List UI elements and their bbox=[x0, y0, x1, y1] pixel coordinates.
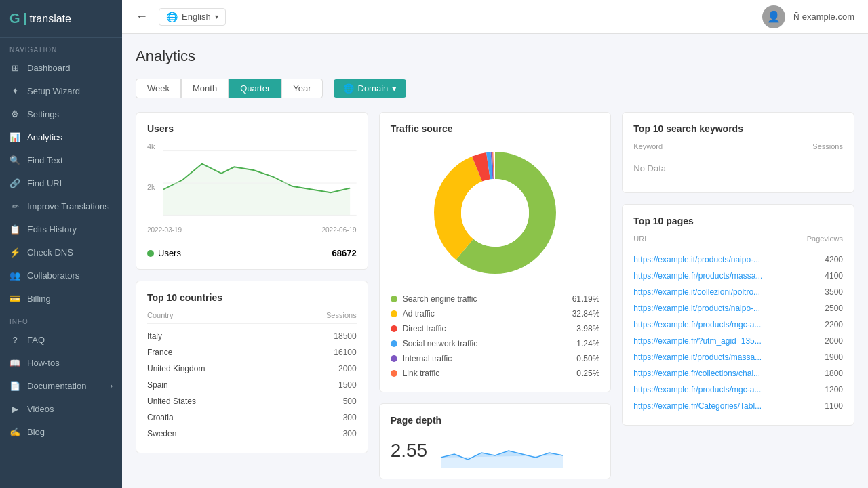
traffic-label: Search engine traffic bbox=[403, 294, 477, 304]
edits-history-icon: 📋 bbox=[9, 224, 20, 235]
page-url[interactable]: https://example.it/collezioni/poltro... bbox=[633, 287, 760, 297]
page-url[interactable]: https://example.it/products/naipo-... bbox=[633, 304, 760, 313]
pageviews-value: 4100 bbox=[825, 271, 843, 281]
country-row: Spain1500 bbox=[147, 377, 357, 393]
pageviews-value: 1800 bbox=[825, 369, 843, 378]
country-row: Croatia300 bbox=[147, 409, 357, 426]
sidebar-item-edits-history[interactable]: 📋 Edits History bbox=[0, 218, 122, 241]
page-title: Analytics bbox=[136, 47, 854, 65]
sidebar-item-settings[interactable]: ⚙ Settings bbox=[0, 102, 122, 125]
sidebar-item-faq[interactable]: ? FAQ bbox=[0, 328, 122, 351]
x-label-start: 2022-03-19 bbox=[147, 226, 182, 234]
sidebar-item-collaborators[interactable]: 👥 Collaborators bbox=[0, 264, 122, 287]
countries-header: Country Sessions bbox=[147, 311, 357, 324]
sidebar-item-videos[interactable]: ▶ Videos bbox=[0, 397, 122, 420]
country-name: Spain bbox=[147, 380, 168, 390]
traffic-legend-row: Ad traffic32.84% bbox=[391, 306, 600, 321]
traffic-legend-row: Search engine traffic61.19% bbox=[391, 291, 600, 306]
sessions-value: 500 bbox=[343, 396, 357, 406]
sidebar-item-label: Videos bbox=[27, 404, 54, 414]
page-url[interactable]: https://example.it/products/massa... bbox=[633, 352, 762, 362]
sidebar-item-label: Documentation bbox=[27, 381, 86, 391]
topbar-left: ← 🌐 English ▾ bbox=[136, 8, 226, 26]
globe-icon: 🌐 bbox=[166, 12, 178, 22]
page-url[interactable]: https://example.fr/?utm_agid=135... bbox=[633, 336, 761, 346]
period-year-button[interactable]: Year bbox=[281, 79, 322, 98]
page-url[interactable]: https://example.fr/products/mgc-a... bbox=[633, 320, 761, 329]
info-section-label: INFO bbox=[0, 310, 122, 328]
country-col-header: Country bbox=[147, 311, 174, 319]
country-name: Sweden bbox=[147, 429, 176, 439]
sidebar-item-label: Find URL bbox=[27, 178, 64, 188]
y-label-2k: 2k bbox=[147, 183, 155, 191]
analytics-grid: Users 4k 2k 2022-03-19 bbox=[136, 112, 854, 488]
sidebar-item-find-text[interactable]: 🔍 Find Text bbox=[0, 148, 122, 171]
donut-chart-wrapper bbox=[391, 145, 600, 281]
country-row: Italy18500 bbox=[147, 328, 357, 344]
period-week-button[interactable]: Week bbox=[136, 79, 181, 98]
domain-label: example.com bbox=[802, 12, 854, 22]
sidebar-item-label: Billing bbox=[27, 293, 51, 304]
dashboard-icon: ⊞ bbox=[9, 62, 20, 73]
pages-title: Top 10 pages bbox=[633, 216, 843, 226]
sidebar-item-analytics[interactable]: 📊 Analytics bbox=[0, 125, 122, 148]
no-data-message: No Data bbox=[633, 155, 843, 182]
x-label-end: 2022-06-19 bbox=[322, 226, 357, 234]
traffic-dot bbox=[391, 325, 397, 332]
back-button[interactable]: ← bbox=[136, 9, 148, 24]
sidebar-item-improve-translations[interactable]: ✏ Improve Translations bbox=[0, 195, 122, 218]
sidebar-item-label: Find Text bbox=[27, 155, 63, 165]
country-row: France16100 bbox=[147, 344, 357, 361]
country-name: United Kingdom bbox=[147, 364, 205, 373]
page-url[interactable]: https://example.fr/products/massa... bbox=[633, 271, 762, 281]
page-url[interactable]: https://example.fr/collections/chai... bbox=[633, 369, 760, 378]
sidebar-item-check-dns[interactable]: ⚡ Check DNS bbox=[0, 241, 122, 264]
traffic-pct: 1.24% bbox=[576, 339, 599, 348]
period-quarter-button[interactable]: Quarter bbox=[229, 79, 281, 98]
traffic-dot bbox=[391, 355, 397, 362]
domain-filter-button[interactable]: 🌐 Domain ▾ bbox=[334, 79, 407, 98]
sidebar-item-documentation[interactable]: 📄 Documentation › bbox=[0, 374, 122, 397]
page-url[interactable]: https://example.fr/Catégories/Tabl... bbox=[633, 401, 762, 411]
check-dns-icon: ⚡ bbox=[9, 247, 20, 258]
traffic-pct: 0.25% bbox=[576, 369, 599, 378]
svg-point-9 bbox=[461, 179, 529, 247]
sidebar-item-label: Improve Translations bbox=[27, 201, 109, 211]
pageviews-value: 2000 bbox=[825, 336, 843, 346]
find-url-icon: 🔗 bbox=[9, 178, 20, 188]
language-label: English bbox=[182, 12, 211, 22]
country-name: Croatia bbox=[147, 413, 174, 422]
content-area: Analytics Week Month Quarter Year 🌐 Doma… bbox=[122, 34, 868, 488]
countries-title: Top 10 countries bbox=[147, 292, 357, 303]
sidebar-item-find-url[interactable]: 🔗 Find URL bbox=[0, 171, 122, 195]
sidebar-item-blog[interactable]: ✍ Blog bbox=[0, 420, 122, 443]
traffic-source-card: Traffic source bbox=[379, 112, 612, 392]
sidebar-item-dashboard[interactable]: ⊞ Dashboard bbox=[0, 56, 122, 79]
users-card-title: Users bbox=[147, 123, 357, 134]
page-row: https://example.fr/?utm_agid=135...2000 bbox=[633, 333, 843, 349]
users-legend-label: Users bbox=[158, 248, 181, 258]
column-3: Top 10 search keywords Keyword Sessions … bbox=[622, 112, 854, 426]
language-selector[interactable]: 🌐 English ▾ bbox=[159, 8, 226, 26]
country-row: Sweden300 bbox=[147, 426, 357, 442]
column-1: Users 4k 2k 2022-03-19 bbox=[136, 112, 368, 453]
sidebar-item-how-tos[interactable]: 📖 How-tos bbox=[0, 351, 122, 374]
donut-chart bbox=[427, 145, 563, 281]
improve-translations-icon: ✏ bbox=[9, 201, 20, 211]
page-row: https://example.it/products/naipo-...250… bbox=[633, 300, 843, 317]
period-month-button[interactable]: Month bbox=[181, 79, 229, 98]
page-url[interactable]: https://example.it/products/naipo-... bbox=[633, 255, 760, 264]
pageviews-value: 3500 bbox=[825, 287, 843, 297]
avatar[interactable]: 👤 bbox=[762, 5, 785, 28]
users-legend: Users 68672 bbox=[147, 241, 357, 258]
documentation-icon: 📄 bbox=[9, 380, 20, 391]
sidebar-item-billing[interactable]: 💳 Billing bbox=[0, 287, 122, 310]
find-text-icon: 🔍 bbox=[9, 155, 20, 165]
traffic-pct: 3.98% bbox=[576, 324, 599, 333]
depth-value: 2.55 bbox=[391, 440, 428, 462]
page-row: https://example.fr/collections/chai...18… bbox=[633, 365, 843, 382]
sidebar-item-setup-wizard[interactable]: ✦ Setup Wizard bbox=[0, 79, 122, 102]
countries-list: Italy18500France16100United Kingdom2000S… bbox=[147, 328, 357, 442]
page-url[interactable]: https://example.fr/products/mgc-a... bbox=[633, 385, 761, 394]
page-row: https://example.it/products/naipo-...420… bbox=[633, 251, 843, 268]
